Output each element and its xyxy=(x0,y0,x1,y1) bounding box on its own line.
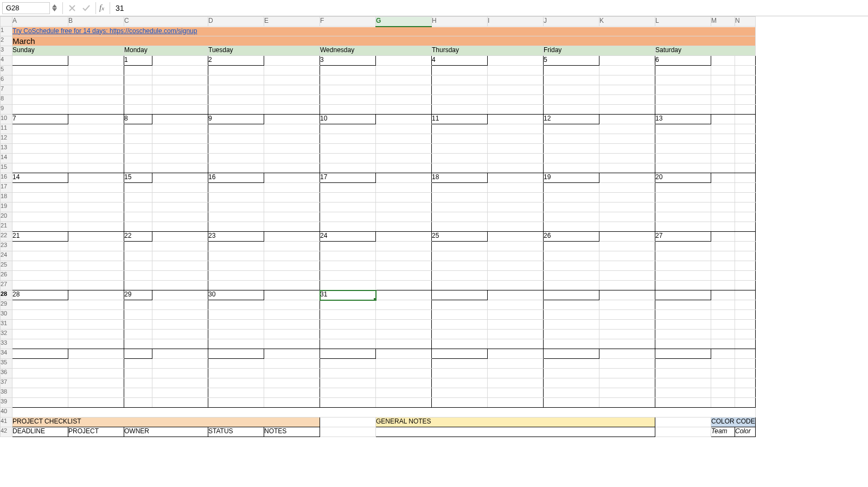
cell[interactable] xyxy=(599,203,655,212)
cell[interactable] xyxy=(599,271,655,281)
row-header[interactable]: 7 xyxy=(1,85,12,95)
cell[interactable] xyxy=(264,95,320,105)
cell[interactable] xyxy=(124,310,152,320)
cell[interactable] xyxy=(208,359,264,369)
date-cell[interactable]: 14 xyxy=(12,173,68,183)
date-cell[interactable] xyxy=(544,349,599,359)
cell[interactable] xyxy=(68,222,124,232)
cell[interactable] xyxy=(264,222,320,232)
cell[interactable] xyxy=(264,212,320,222)
cell[interactable] xyxy=(735,173,756,183)
cell[interactable] xyxy=(488,281,544,290)
cell[interactable] xyxy=(68,261,124,271)
cell[interactable] xyxy=(152,75,208,85)
cell[interactable] xyxy=(711,398,735,408)
cell[interactable] xyxy=(735,222,756,232)
cell[interactable] xyxy=(711,369,735,378)
cell[interactable] xyxy=(152,56,208,66)
cell[interactable] xyxy=(152,261,208,271)
cell[interactable] xyxy=(152,173,208,183)
cell[interactable] xyxy=(599,232,655,242)
cell[interactable] xyxy=(599,339,655,349)
cell[interactable] xyxy=(376,242,432,251)
cell[interactable] xyxy=(599,173,655,183)
date-cell[interactable]: 7 xyxy=(12,115,68,124)
cell[interactable] xyxy=(711,271,735,281)
cell[interactable] xyxy=(711,193,735,203)
cell[interactable] xyxy=(124,124,152,134)
cell[interactable] xyxy=(735,212,756,222)
cell[interactable] xyxy=(655,378,711,388)
cell[interactable] xyxy=(488,339,544,349)
cell[interactable] xyxy=(264,300,320,310)
cell[interactable] xyxy=(432,320,488,330)
date-cell[interactable]: 22 xyxy=(124,232,152,242)
cell[interactable] xyxy=(152,300,208,310)
cell[interactable] xyxy=(152,183,208,193)
date-cell[interactable] xyxy=(544,290,599,300)
date-cell[interactable]: 28 xyxy=(12,290,68,300)
cell[interactable] xyxy=(544,105,599,115)
promo-link-cell[interactable]: Try CoSchedule free for 14 days: https:/… xyxy=(12,27,756,36)
cell[interactable] xyxy=(488,75,544,85)
cell[interactable] xyxy=(68,193,124,203)
cell[interactable] xyxy=(320,183,376,193)
cell[interactable] xyxy=(735,330,756,339)
cell[interactable] xyxy=(152,232,208,242)
cell[interactable] xyxy=(599,75,655,85)
cell[interactable] xyxy=(376,66,432,75)
cell[interactable] xyxy=(655,105,711,115)
cell[interactable] xyxy=(735,251,756,261)
cell[interactable] xyxy=(124,105,152,115)
cell[interactable] xyxy=(735,359,756,369)
cell[interactable] xyxy=(320,124,376,134)
cell[interactable] xyxy=(488,290,544,300)
cell[interactable] xyxy=(432,369,488,378)
date-cell[interactable] xyxy=(320,349,376,359)
cell[interactable] xyxy=(544,339,599,349)
day-header[interactable]: Sunday xyxy=(12,46,124,56)
date-cell[interactable] xyxy=(208,349,264,359)
cell[interactable] xyxy=(655,134,711,144)
cell[interactable] xyxy=(432,212,488,222)
cell[interactable] xyxy=(488,212,544,222)
date-cell[interactable]: 19 xyxy=(544,173,599,183)
date-cell[interactable]: 2 xyxy=(208,56,264,66)
cell[interactable] xyxy=(655,427,711,437)
cell[interactable] xyxy=(735,193,756,203)
cell[interactable] xyxy=(432,261,488,271)
cell[interactable] xyxy=(376,330,432,339)
cell[interactable] xyxy=(432,222,488,232)
cell[interactable] xyxy=(124,75,152,85)
col-header-active[interactable]: G xyxy=(376,17,432,27)
cell[interactable] xyxy=(376,398,432,408)
cell[interactable] xyxy=(124,134,152,144)
cell[interactable] xyxy=(124,369,152,378)
cell[interactable] xyxy=(599,95,655,105)
cell[interactable] xyxy=(68,105,124,115)
cell[interactable] xyxy=(12,359,68,369)
row-header[interactable]: 29 xyxy=(1,300,12,310)
cell[interactable] xyxy=(376,339,432,349)
cell[interactable] xyxy=(488,66,544,75)
cell[interactable] xyxy=(208,212,264,222)
col-header[interactable]: D xyxy=(208,17,264,27)
cell[interactable] xyxy=(208,378,264,388)
cell[interactable] xyxy=(12,75,68,85)
cell[interactable] xyxy=(711,251,735,261)
cell[interactable] xyxy=(735,388,756,398)
cell[interactable] xyxy=(320,203,376,212)
cell[interactable] xyxy=(735,349,756,359)
cell[interactable] xyxy=(320,339,376,349)
cell[interactable] xyxy=(544,300,599,310)
cell[interactable] xyxy=(711,330,735,339)
cell[interactable] xyxy=(599,193,655,203)
cell[interactable] xyxy=(264,183,320,193)
cell[interactable] xyxy=(599,124,655,134)
cell[interactable] xyxy=(376,300,432,310)
cell[interactable] xyxy=(12,339,68,349)
cell[interactable] xyxy=(488,115,544,124)
cell[interactable] xyxy=(711,349,735,359)
name-box-stepper[interactable] xyxy=(52,4,57,11)
cell[interactable] xyxy=(68,320,124,330)
